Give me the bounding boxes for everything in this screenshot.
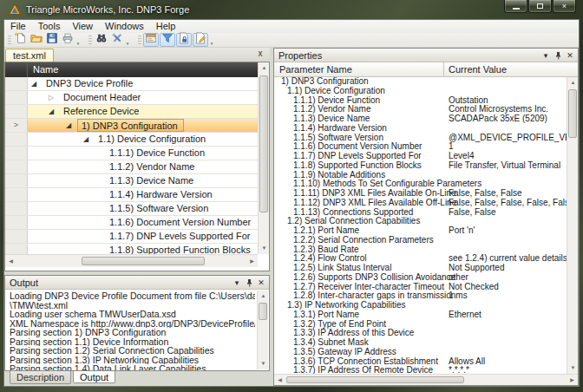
- property-row[interactable]: 1.1.6) Document Version Number1: [274, 142, 567, 152]
- property-row[interactable]: 1.3.5) Gateway IP Address: [274, 348, 567, 357]
- property-row[interactable]: 1.2.1) Port NamePort 'n': [274, 226, 567, 236]
- toolbar-overflow-icon[interactable]: ▾: [125, 34, 130, 46]
- tree-item[interactable]: >◢1) DNP3 Configuration: [5, 119, 258, 133]
- print-button[interactable]: [60, 33, 75, 47]
- close-button[interactable]: ×: [553, 0, 576, 13]
- property-row[interactable]: 1.3) IP Networking Capabilities: [274, 301, 567, 310]
- property-row[interactable]: 1.3.2) Type of End Point: [274, 320, 567, 330]
- tree-vscroll-thumb[interactable]: [259, 75, 268, 212]
- scroll-up-icon[interactable]: ▲: [258, 291, 269, 302]
- tree-item[interactable]: ◢DNP3 Device Profile: [5, 77, 258, 91]
- save-button[interactable]: [44, 33, 60, 47]
- tree-item[interactable]: ◢1.1) Device Configuration: [5, 133, 258, 147]
- tree-hscroll-thumb[interactable]: [82, 257, 205, 265]
- titlebar[interactable]: Triangle MicroWorks, Inc. DNP3 Forge ×: [0, 0, 583, 19]
- property-row[interactable]: 1.1.2) Vendor NameControl Microsystems I…: [274, 105, 567, 114]
- menu-item-windows[interactable]: Windows: [99, 20, 150, 33]
- output-vertical-scrollbar[interactable]: ▲ ▼: [257, 291, 268, 369]
- tree-item[interactable]: 1.1.4) Hardware Version: [5, 188, 258, 202]
- tree-row-gutter[interactable]: [5, 160, 28, 173]
- menu-item-tools[interactable]: Tools: [32, 20, 67, 33]
- property-row[interactable]: 1.2.2) Serial Connection Parameters: [274, 236, 567, 245]
- toolbar-grip[interactable]: [138, 36, 141, 45]
- tree-item[interactable]: ▷Document Header: [5, 91, 258, 105]
- toolbar-grip[interactable]: [88, 36, 92, 45]
- property-row[interactable]: 1.1) Device Configuration: [274, 87, 567, 96]
- tree-item[interactable]: 1.1.3) Device Name: [5, 174, 258, 188]
- window-position-icon[interactable]: ▾: [540, 49, 552, 62]
- tree-row-gutter[interactable]: [5, 216, 28, 229]
- tree-vertical-scrollbar[interactable]: ▲ ▼: [258, 62, 269, 254]
- property-row[interactable]: 1.1.3) Device NameSCADAPack 35xE (5209): [274, 114, 567, 124]
- property-row[interactable]: 1.1.1) Device FunctionOutstation: [274, 96, 567, 106]
- property-row[interactable]: 1.1.8) Supported Function BlocksFile Tra…: [274, 161, 567, 171]
- property-row[interactable]: 1.3.6) TCP Connection EstablishmentAllow…: [274, 357, 567, 367]
- menu-item-file[interactable]: File: [4, 20, 32, 33]
- expander-expanded-icon[interactable]: ◢: [31, 77, 36, 90]
- scroll-down-icon[interactable]: ▼: [258, 358, 269, 369]
- tree-row-gutter[interactable]: [5, 77, 28, 90]
- tree-row-gutter[interactable]: [5, 105, 28, 118]
- properties-close-icon[interactable]: ✕: [564, 49, 576, 62]
- toolbar-grip[interactable]: [8, 36, 11, 45]
- document-lock-button[interactable]: [176, 33, 192, 47]
- tree-row-gutter[interactable]: [5, 174, 28, 187]
- properties-vertical-scrollbar[interactable]: ▲ ▼: [567, 77, 578, 374]
- properties-vscroll-thumb[interactable]: [568, 89, 577, 138]
- property-row[interactable]: 1.1.5) Software Version@XML_DEVICE_PROFI…: [274, 134, 567, 143]
- form-window-button[interactable]: [143, 33, 159, 47]
- output-vscroll-thumb[interactable]: [259, 303, 267, 320]
- property-row[interactable]: 1.1.10) Methods To Set Configurable Para…: [274, 180, 567, 189]
- scroll-down-icon[interactable]: ▼: [567, 363, 578, 374]
- expander-expanded-icon[interactable]: ◢: [66, 119, 71, 132]
- column-header-parameter-name[interactable]: Parameter Name: [274, 62, 444, 76]
- pin-icon[interactable]: [552, 49, 564, 62]
- output-close-icon[interactable]: ✕: [255, 277, 267, 289]
- tree-row-gutter[interactable]: [5, 133, 28, 146]
- tree-item[interactable]: 1.1.2) Vendor Name: [5, 160, 258, 174]
- tab-test-xml[interactable]: test.xml: [5, 49, 54, 62]
- open-folder-button[interactable]: [29, 33, 44, 47]
- expander-expanded-icon[interactable]: ◢: [83, 133, 88, 146]
- property-row[interactable]: 1.1.12) DNP3 XML Files Available Off-Lin…: [274, 199, 567, 208]
- maximize-button[interactable]: [528, 0, 552, 13]
- tools-button[interactable]: [109, 33, 125, 47]
- tree-item[interactable]: ◢Reference Device: [5, 105, 258, 119]
- tree-item[interactable]: 1.1.6) Document Version Number: [5, 216, 258, 230]
- property-row[interactable]: 1.1.9) Notable Additions: [274, 171, 567, 180]
- property-row[interactable]: 1.3.1) Port NameEthernet: [274, 310, 567, 320]
- tree-item[interactable]: 1.1.7) DNP Levels Supported For: [5, 230, 258, 244]
- tree-row-gutter[interactable]: [5, 91, 28, 104]
- tree-row-gutter[interactable]: [5, 230, 28, 243]
- pin-icon[interactable]: [243, 277, 255, 289]
- scroll-up-icon[interactable]: ▲: [259, 62, 270, 74]
- expander-expanded-icon[interactable]: ◢: [49, 105, 54, 118]
- tree-row-gutter[interactable]: >: [5, 119, 28, 132]
- document-close-icon[interactable]: x: [254, 49, 266, 58]
- toolbar-overflow-icon[interactable]: ▾: [209, 34, 214, 46]
- tree-item[interactable]: 1.1.5) Software Version: [5, 202, 258, 216]
- property-row[interactable]: 1.2.4) Flow Controlsee 1.2.4) current va…: [274, 254, 567, 264]
- find-button[interactable]: [94, 33, 109, 47]
- property-row[interactable]: 1.1.7) DNP Levels Supported ForLevel4: [274, 152, 567, 161]
- tab-output[interactable]: Output: [73, 370, 115, 383]
- property-row[interactable]: 1.2) Serial Connection Capabilities: [274, 217, 567, 226]
- tree-row-gutter[interactable]: [5, 202, 28, 215]
- properties-horizontal-scrollbar[interactable]: ◀ ▶: [274, 374, 578, 385]
- scroll-left-icon[interactable]: ◀: [5, 255, 16, 268]
- tree-row-gutter[interactable]: [5, 147, 28, 160]
- property-row[interactable]: 1.2.3) Baud Rate: [274, 245, 567, 255]
- scroll-up-icon[interactable]: ▲: [567, 77, 578, 88]
- property-row[interactable]: 1.2.6) Supports DNP3 Collision Avoidance…: [274, 273, 567, 283]
- new-file-button[interactable]: [13, 33, 29, 47]
- window-position-icon[interactable]: ▾: [231, 277, 243, 289]
- tree-row-gutter[interactable]: [5, 188, 28, 201]
- document-edit-button[interactable]: [193, 33, 208, 47]
- scroll-left-icon[interactable]: ◀: [274, 375, 285, 386]
- tree-name-column-header[interactable]: Name: [28, 62, 58, 77]
- property-row[interactable]: 1.1.11) DNP3 XML Files Available On-Line…: [274, 189, 567, 199]
- menu-item-view[interactable]: View: [66, 20, 99, 33]
- property-row[interactable]: 1) DNP3 Configuration: [274, 77, 567, 87]
- property-row[interactable]: 1.3.7) IP Address Of Remote Device*.*.*.…: [274, 366, 567, 374]
- tree-column-header[interactable]: Name: [5, 62, 258, 77]
